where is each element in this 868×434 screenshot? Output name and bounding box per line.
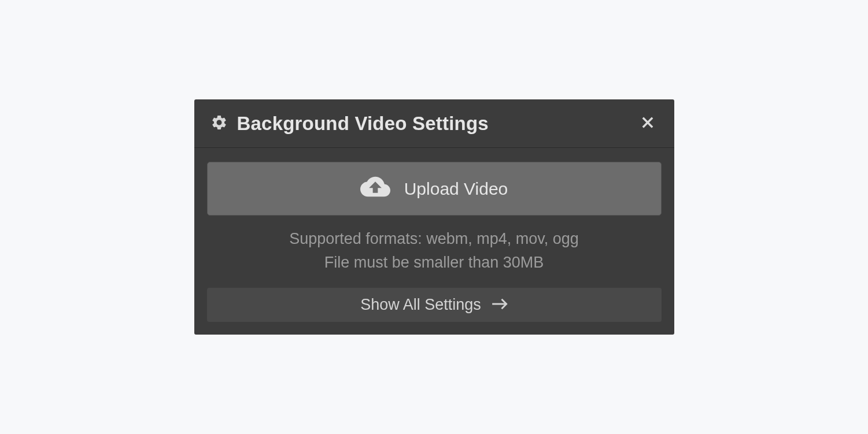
gear-icon [210,114,228,133]
modal-title: Background Video Settings [237,113,489,135]
modal-body: Upload Video Supported formats: webm, mp… [194,148,674,335]
info-text: Supported formats: webm, mp4, mov, ogg F… [207,227,662,274]
arrow-right-icon [492,296,508,314]
modal-header: Background Video Settings [194,99,674,148]
supported-formats-text: Supported formats: webm, mp4, mov, ogg [207,227,662,251]
close-button[interactable] [637,112,658,135]
header-left: Background Video Settings [210,113,489,135]
upload-video-label: Upload Video [404,179,508,199]
cloud-upload-icon [360,175,390,202]
upload-video-button[interactable]: Upload Video [207,162,662,216]
show-all-settings-label: Show All Settings [360,296,481,314]
show-all-settings-button[interactable]: Show All Settings [207,288,662,322]
settings-modal: Background Video Settings Upload Video S… [194,99,674,335]
close-icon [640,114,656,132]
file-size-limit-text: File must be smaller than 30MB [207,251,662,275]
